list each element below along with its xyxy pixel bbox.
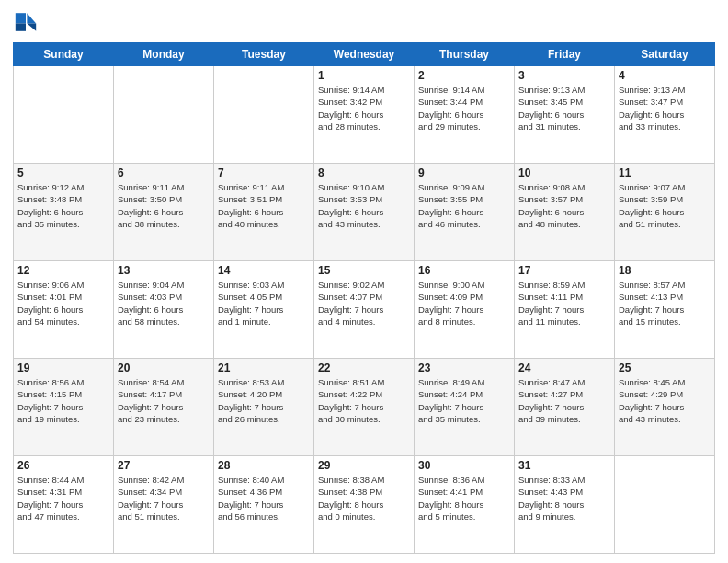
calendar-cell: 8Sunrise: 9:10 AM Sunset: 3:53 PM Daylig… xyxy=(314,164,415,261)
day-number: 23 xyxy=(418,362,510,374)
weekday-header: Monday xyxy=(114,43,214,66)
day-info: Sunrise: 9:14 AM Sunset: 3:42 PM Dayligh… xyxy=(318,84,410,132)
calendar-cell: 29Sunrise: 8:38 AM Sunset: 4:38 PM Dayli… xyxy=(314,456,415,554)
calendar-cell: 1Sunrise: 9:14 AM Sunset: 3:42 PM Daylig… xyxy=(314,66,415,164)
day-info: Sunrise: 9:13 AM Sunset: 3:45 PM Dayligh… xyxy=(518,84,610,132)
day-info: Sunrise: 9:11 AM Sunset: 3:51 PM Dayligh… xyxy=(218,181,310,230)
calendar-table: SundayMondayTuesdayWednesdayThursdayFrid… xyxy=(13,42,715,554)
weekday-header: Saturday xyxy=(615,43,715,66)
day-number: 5 xyxy=(17,167,109,179)
calendar-header: SundayMondayTuesdayWednesdayThursdayFrid… xyxy=(14,43,715,66)
calendar-cell: 24Sunrise: 8:47 AM Sunset: 4:27 PM Dayli… xyxy=(515,359,615,456)
weekday-header: Sunday xyxy=(14,43,114,66)
day-info: Sunrise: 8:49 AM Sunset: 4:24 PM Dayligh… xyxy=(418,376,510,425)
header xyxy=(13,9,715,35)
calendar-cell: 30Sunrise: 8:36 AM Sunset: 4:41 PM Dayli… xyxy=(415,456,515,554)
calendar-cell: 22Sunrise: 8:51 AM Sunset: 4:22 PM Dayli… xyxy=(314,359,415,456)
day-info: Sunrise: 8:33 AM Sunset: 4:43 PM Dayligh… xyxy=(518,474,610,523)
day-number: 15 xyxy=(318,264,410,277)
day-info: Sunrise: 8:54 AM Sunset: 4:17 PM Dayligh… xyxy=(118,376,210,425)
svg-rect-3 xyxy=(16,23,26,30)
day-number: 12 xyxy=(17,264,109,277)
day-number: 10 xyxy=(518,167,610,179)
day-number: 22 xyxy=(318,362,410,374)
logo-icon xyxy=(13,9,39,35)
day-info: Sunrise: 9:04 AM Sunset: 4:03 PM Dayligh… xyxy=(118,279,210,327)
calendar-cell xyxy=(14,66,114,164)
calendar-cell: 23Sunrise: 8:49 AM Sunset: 4:24 PM Dayli… xyxy=(415,359,515,456)
weekday-header: Tuesday xyxy=(214,43,314,66)
day-info: Sunrise: 8:36 AM Sunset: 4:41 PM Dayligh… xyxy=(418,474,510,523)
day-number: 3 xyxy=(518,69,610,82)
day-info: Sunrise: 8:47 AM Sunset: 4:27 PM Dayligh… xyxy=(518,376,610,425)
day-number: 26 xyxy=(17,459,109,472)
day-info: Sunrise: 9:12 AM Sunset: 3:48 PM Dayligh… xyxy=(17,181,109,230)
day-number: 6 xyxy=(118,167,210,179)
calendar-week-row: 26Sunrise: 8:44 AM Sunset: 4:31 PM Dayli… xyxy=(14,456,715,554)
calendar-cell: 17Sunrise: 8:59 AM Sunset: 4:11 PM Dayli… xyxy=(515,261,615,359)
calendar-cell: 26Sunrise: 8:44 AM Sunset: 4:31 PM Dayli… xyxy=(14,456,114,554)
day-number: 4 xyxy=(619,69,711,82)
calendar-week-row: 5Sunrise: 9:12 AM Sunset: 3:48 PM Daylig… xyxy=(14,164,715,261)
calendar-cell: 6Sunrise: 9:11 AM Sunset: 3:50 PM Daylig… xyxy=(114,164,214,261)
day-number: 24 xyxy=(518,362,610,374)
calendar-cell: 2Sunrise: 9:14 AM Sunset: 3:44 PM Daylig… xyxy=(415,66,515,164)
calendar-cell: 31Sunrise: 8:33 AM Sunset: 4:43 PM Dayli… xyxy=(515,456,615,554)
day-info: Sunrise: 8:44 AM Sunset: 4:31 PM Dayligh… xyxy=(17,474,109,523)
day-number: 30 xyxy=(418,459,510,472)
day-info: Sunrise: 9:00 AM Sunset: 4:09 PM Dayligh… xyxy=(418,279,510,327)
calendar-cell: 10Sunrise: 9:08 AM Sunset: 3:57 PM Dayli… xyxy=(515,164,615,261)
day-info: Sunrise: 8:42 AM Sunset: 4:34 PM Dayligh… xyxy=(118,474,210,523)
day-info: Sunrise: 9:11 AM Sunset: 3:50 PM Dayligh… xyxy=(118,181,210,230)
calendar-cell: 16Sunrise: 9:00 AM Sunset: 4:09 PM Dayli… xyxy=(415,261,515,359)
calendar-cell: 7Sunrise: 9:11 AM Sunset: 3:51 PM Daylig… xyxy=(214,164,314,261)
calendar-cell: 25Sunrise: 8:45 AM Sunset: 4:29 PM Dayli… xyxy=(615,359,715,456)
day-info: Sunrise: 9:06 AM Sunset: 4:01 PM Dayligh… xyxy=(17,279,109,327)
day-number: 17 xyxy=(518,264,610,277)
calendar-cell: 19Sunrise: 8:56 AM Sunset: 4:15 PM Dayli… xyxy=(14,359,114,456)
calendar-cell xyxy=(214,66,314,164)
day-number: 7 xyxy=(218,167,310,179)
day-info: Sunrise: 9:07 AM Sunset: 3:59 PM Dayligh… xyxy=(619,181,711,230)
day-info: Sunrise: 8:45 AM Sunset: 4:29 PM Dayligh… xyxy=(619,376,711,425)
day-number: 31 xyxy=(518,459,610,472)
calendar-week-row: 12Sunrise: 9:06 AM Sunset: 4:01 PM Dayli… xyxy=(14,261,715,359)
day-number: 14 xyxy=(218,264,310,277)
day-number: 8 xyxy=(318,167,410,179)
day-number: 2 xyxy=(418,69,510,82)
svg-rect-2 xyxy=(16,13,26,23)
day-info: Sunrise: 8:40 AM Sunset: 4:36 PM Dayligh… xyxy=(218,474,310,523)
day-number: 29 xyxy=(318,459,410,472)
calendar-cell: 4Sunrise: 9:13 AM Sunset: 3:47 PM Daylig… xyxy=(615,66,715,164)
calendar-cell xyxy=(114,66,214,164)
day-info: Sunrise: 9:10 AM Sunset: 3:53 PM Dayligh… xyxy=(318,181,410,230)
svg-marker-1 xyxy=(27,23,36,30)
day-number: 1 xyxy=(318,69,410,82)
calendar-cell: 21Sunrise: 8:53 AM Sunset: 4:20 PM Dayli… xyxy=(214,359,314,456)
day-number: 16 xyxy=(418,264,510,277)
weekday-header: Wednesday xyxy=(314,43,415,66)
weekday-header: Thursday xyxy=(415,43,515,66)
day-number: 19 xyxy=(17,362,109,374)
day-info: Sunrise: 8:51 AM Sunset: 4:22 PM Dayligh… xyxy=(318,376,410,425)
day-info: Sunrise: 9:02 AM Sunset: 4:07 PM Dayligh… xyxy=(318,279,410,327)
calendar-cell: 11Sunrise: 9:07 AM Sunset: 3:59 PM Dayli… xyxy=(615,164,715,261)
day-info: Sunrise: 8:56 AM Sunset: 4:15 PM Dayligh… xyxy=(17,376,109,425)
day-number: 18 xyxy=(619,264,711,277)
calendar-cell: 12Sunrise: 9:06 AM Sunset: 4:01 PM Dayli… xyxy=(14,261,114,359)
calendar-week-row: 19Sunrise: 8:56 AM Sunset: 4:15 PM Dayli… xyxy=(14,359,715,456)
calendar-cell: 18Sunrise: 8:57 AM Sunset: 4:13 PM Dayli… xyxy=(615,261,715,359)
day-info: Sunrise: 9:03 AM Sunset: 4:05 PM Dayligh… xyxy=(218,279,310,327)
day-number: 25 xyxy=(619,362,711,374)
calendar-cell: 28Sunrise: 8:40 AM Sunset: 4:36 PM Dayli… xyxy=(214,456,314,554)
svg-marker-0 xyxy=(27,13,36,23)
day-info: Sunrise: 9:09 AM Sunset: 3:55 PM Dayligh… xyxy=(418,181,510,230)
weekday-header: Friday xyxy=(515,43,615,66)
page: SundayMondayTuesdayWednesdayThursdayFrid… xyxy=(0,0,728,563)
day-number: 27 xyxy=(118,459,210,472)
calendar-cell: 20Sunrise: 8:54 AM Sunset: 4:17 PM Dayli… xyxy=(114,359,214,456)
calendar-week-row: 1Sunrise: 9:14 AM Sunset: 3:42 PM Daylig… xyxy=(14,66,715,164)
calendar-cell: 14Sunrise: 9:03 AM Sunset: 4:05 PM Dayli… xyxy=(214,261,314,359)
weekday-row: SundayMondayTuesdayWednesdayThursdayFrid… xyxy=(14,43,715,66)
day-info: Sunrise: 9:08 AM Sunset: 3:57 PM Dayligh… xyxy=(518,181,610,230)
